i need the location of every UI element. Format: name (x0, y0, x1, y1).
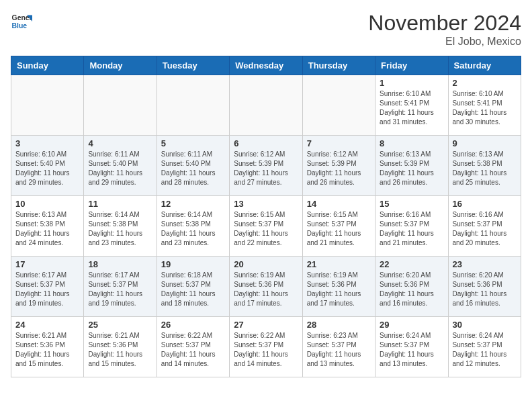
calendar-cell (302, 75, 375, 136)
svg-text:Blue: Blue (12, 22, 28, 30)
day-info: Sunrise: 6:10 AMSunset: 5:41 PMDaylight:… (380, 89, 443, 127)
day-info: Sunrise: 6:20 AMSunset: 5:36 PMDaylight:… (380, 271, 443, 308)
day-info: Sunrise: 6:16 AMSunset: 5:37 PMDaylight:… (453, 210, 517, 248)
day-number: 2 (453, 78, 517, 88)
day-number: 27 (234, 320, 298, 330)
calendar-cell: 13Sunrise: 6:15 AMSunset: 5:37 PMDayligh… (230, 196, 302, 257)
calendar-cell: 25Sunrise: 6:21 AMSunset: 5:36 PMDayligh… (84, 317, 157, 377)
calendar-cell: 16Sunrise: 6:16 AMSunset: 5:37 PMDayligh… (448, 196, 521, 257)
day-info: Sunrise: 6:22 AMSunset: 5:37 PMDaylight:… (161, 331, 225, 369)
calendar-cell: 10Sunrise: 6:13 AMSunset: 5:38 PMDayligh… (11, 196, 84, 257)
day-info: Sunrise: 6:21 AMSunset: 5:36 PMDaylight:… (88, 331, 152, 369)
day-number: 25 (88, 320, 152, 330)
calendar-cell: 4Sunrise: 6:11 AMSunset: 5:40 PMDaylight… (84, 136, 157, 196)
day-number: 11 (88, 199, 152, 209)
calendar-cell: 26Sunrise: 6:22 AMSunset: 5:37 PMDayligh… (157, 317, 229, 377)
calendar-cell: 7Sunrise: 6:12 AMSunset: 5:39 PMDaylight… (302, 136, 375, 196)
calendar-cell: 3Sunrise: 6:10 AMSunset: 5:40 PMDaylight… (11, 136, 84, 196)
day-number: 19 (161, 259, 225, 269)
day-number: 5 (161, 138, 225, 148)
calendar-cell (11, 75, 84, 136)
day-info: Sunrise: 6:23 AMSunset: 5:37 PMDaylight:… (307, 331, 371, 369)
calendar-cell: 17Sunrise: 6:17 AMSunset: 5:37 PMDayligh… (11, 257, 84, 317)
day-info: Sunrise: 6:24 AMSunset: 5:37 PMDaylight:… (380, 331, 443, 369)
calendar-cell: 21Sunrise: 6:19 AMSunset: 5:36 PMDayligh… (302, 257, 375, 317)
col-header-sunday: Sunday (11, 56, 84, 75)
page-header: General Blue November 2024 El Jobo, Mexi… (11, 11, 521, 48)
day-info: Sunrise: 6:14 AMSunset: 5:38 PMDaylight:… (88, 210, 152, 248)
day-number: 13 (234, 199, 298, 209)
day-info: Sunrise: 6:12 AMSunset: 5:39 PMDaylight:… (307, 150, 371, 187)
calendar-cell: 19Sunrise: 6:18 AMSunset: 5:37 PMDayligh… (157, 257, 229, 317)
day-info: Sunrise: 6:12 AMSunset: 5:39 PMDaylight:… (234, 150, 298, 187)
day-info: Sunrise: 6:16 AMSunset: 5:37 PMDaylight:… (380, 210, 443, 248)
day-info: Sunrise: 6:24 AMSunset: 5:37 PMDaylight:… (453, 331, 517, 369)
col-header-wednesday: Wednesday (230, 56, 302, 75)
day-number: 4 (88, 138, 152, 148)
calendar-cell: 28Sunrise: 6:23 AMSunset: 5:37 PMDayligh… (302, 317, 375, 377)
day-info: Sunrise: 6:13 AMSunset: 5:38 PMDaylight:… (15, 210, 79, 248)
day-info: Sunrise: 6:21 AMSunset: 5:36 PMDaylight:… (15, 331, 79, 369)
calendar-cell: 9Sunrise: 6:13 AMSunset: 5:38 PMDaylight… (448, 136, 521, 196)
calendar-week-3: 10Sunrise: 6:13 AMSunset: 5:38 PMDayligh… (11, 196, 521, 257)
day-info: Sunrise: 6:15 AMSunset: 5:37 PMDaylight:… (234, 210, 298, 248)
col-header-tuesday: Tuesday (157, 56, 229, 75)
month-title: November 2024 (368, 11, 521, 36)
day-number: 16 (453, 199, 517, 209)
calendar-cell (157, 75, 229, 136)
day-info: Sunrise: 6:11 AMSunset: 5:40 PMDaylight:… (161, 150, 225, 187)
calendar-cell: 22Sunrise: 6:20 AMSunset: 5:36 PMDayligh… (375, 257, 448, 317)
calendar-week-5: 24Sunrise: 6:21 AMSunset: 5:36 PMDayligh… (11, 317, 521, 377)
day-number: 6 (234, 138, 298, 148)
day-info: Sunrise: 6:20 AMSunset: 5:36 PMDaylight:… (453, 271, 517, 308)
calendar-cell: 14Sunrise: 6:15 AMSunset: 5:37 PMDayligh… (302, 196, 375, 257)
title-block: November 2024 El Jobo, Mexico (368, 11, 521, 48)
day-number: 8 (380, 138, 443, 148)
day-number: 23 (453, 259, 517, 269)
logo: General Blue (11, 11, 32, 32)
day-number: 24 (15, 320, 79, 330)
day-info: Sunrise: 6:13 AMSunset: 5:38 PMDaylight:… (453, 150, 517, 187)
calendar-week-4: 17Sunrise: 6:17 AMSunset: 5:37 PMDayligh… (11, 257, 521, 317)
day-info: Sunrise: 6:22 AMSunset: 5:37 PMDaylight:… (234, 331, 298, 369)
day-number: 12 (161, 199, 225, 209)
calendar-cell: 2Sunrise: 6:10 AMSunset: 5:41 PMDaylight… (448, 75, 521, 136)
calendar-cell (230, 75, 302, 136)
col-header-saturday: Saturday (448, 56, 521, 75)
logo-icon: General Blue (11, 11, 32, 32)
calendar-cell: 29Sunrise: 6:24 AMSunset: 5:37 PMDayligh… (375, 317, 448, 377)
day-number: 20 (234, 259, 298, 269)
day-info: Sunrise: 6:10 AMSunset: 5:41 PMDaylight:… (453, 89, 517, 127)
day-number: 3 (15, 138, 79, 148)
day-info: Sunrise: 6:10 AMSunset: 5:40 PMDaylight:… (15, 150, 79, 187)
day-info: Sunrise: 6:15 AMSunset: 5:37 PMDaylight:… (307, 210, 371, 248)
day-info: Sunrise: 6:19 AMSunset: 5:36 PMDaylight:… (234, 271, 298, 308)
day-number: 22 (380, 259, 443, 269)
calendar-cell: 24Sunrise: 6:21 AMSunset: 5:36 PMDayligh… (11, 317, 84, 377)
day-number: 28 (307, 320, 371, 330)
calendar-cell: 6Sunrise: 6:12 AMSunset: 5:39 PMDaylight… (230, 136, 302, 196)
col-header-thursday: Thursday (302, 56, 375, 75)
calendar-week-2: 3Sunrise: 6:10 AMSunset: 5:40 PMDaylight… (11, 136, 521, 196)
day-info: Sunrise: 6:18 AMSunset: 5:37 PMDaylight:… (161, 271, 225, 308)
calendar-cell: 27Sunrise: 6:22 AMSunset: 5:37 PMDayligh… (230, 317, 302, 377)
day-info: Sunrise: 6:17 AMSunset: 5:37 PMDaylight:… (15, 271, 79, 308)
calendar-cell: 15Sunrise: 6:16 AMSunset: 5:37 PMDayligh… (375, 196, 448, 257)
day-number: 26 (161, 320, 225, 330)
day-number: 7 (307, 138, 371, 148)
day-number: 9 (453, 138, 517, 148)
day-number: 17 (15, 259, 79, 269)
calendar-table: SundayMondayTuesdayWednesdayThursdayFrid… (11, 56, 521, 377)
calendar-week-1: 1Sunrise: 6:10 AMSunset: 5:41 PMDaylight… (11, 75, 521, 136)
calendar-cell: 23Sunrise: 6:20 AMSunset: 5:36 PMDayligh… (448, 257, 521, 317)
day-info: Sunrise: 6:14 AMSunset: 5:38 PMDaylight:… (161, 210, 225, 248)
calendar-cell: 8Sunrise: 6:13 AMSunset: 5:39 PMDaylight… (375, 136, 448, 196)
calendar-cell: 5Sunrise: 6:11 AMSunset: 5:40 PMDaylight… (157, 136, 229, 196)
col-header-monday: Monday (84, 56, 157, 75)
calendar-cell: 12Sunrise: 6:14 AMSunset: 5:38 PMDayligh… (157, 196, 229, 257)
col-header-friday: Friday (375, 56, 448, 75)
day-number: 21 (307, 259, 371, 269)
day-number: 30 (453, 320, 517, 330)
calendar-cell: 30Sunrise: 6:24 AMSunset: 5:37 PMDayligh… (448, 317, 521, 377)
calendar-cell (84, 75, 157, 136)
